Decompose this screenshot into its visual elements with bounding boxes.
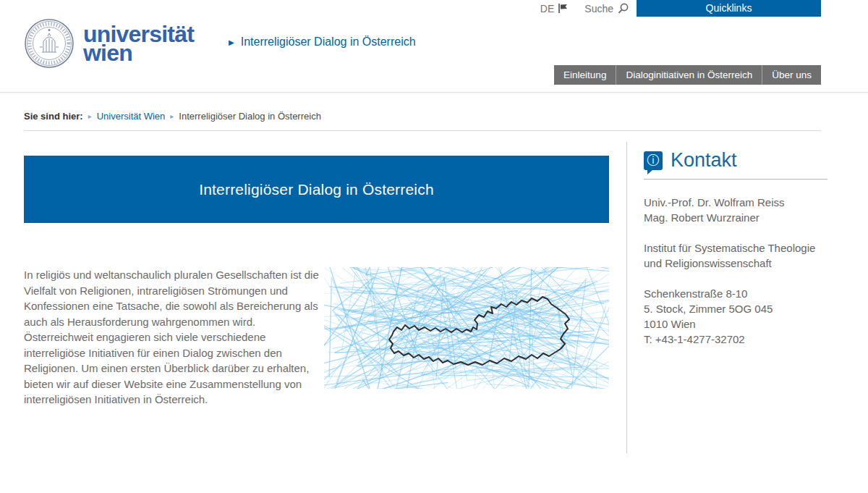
info-icon: ⓘ: [644, 151, 663, 170]
breadcrumb-link-universitaet-wien[interactable]: Universität Wien: [97, 111, 166, 122]
site-title-link[interactable]: ▶ Interreligiöser Dialog in Österreich: [229, 35, 416, 49]
contact-person: Mag. Robert Wurzrainer: [644, 210, 827, 225]
flag-icon: [558, 3, 569, 14]
sidebar-divider: [644, 179, 827, 180]
content-row: In religiös und weltanschaulich pluralen…: [24, 267, 609, 408]
wordmark-line2: wien: [83, 43, 194, 62]
search-label: Suche: [584, 3, 613, 14]
contact-heading-text: Kontakt: [671, 149, 737, 172]
header: Quicklinks DE Suche: [0, 0, 868, 93]
top-meta-bar: DE Suche: [540, 0, 629, 17]
contact-sidebar: ⓘ Kontakt Univ.-Prof. Dr. Wolfram Reiss …: [644, 149, 827, 408]
breadcrumb: Sie sind hier: ▸ Universität Wien ▸ Inte…: [24, 111, 821, 122]
breadcrumb-area: Sie sind hier: ▸ Universität Wien ▸ Inte…: [0, 93, 868, 131]
language-switcher[interactable]: DE: [540, 3, 569, 14]
chevron-right-icon: ▸: [88, 112, 92, 120]
search-icon: [617, 2, 629, 14]
address-line: 1010 Wien: [644, 316, 827, 332]
university-logo[interactable]: universität wien: [24, 18, 194, 69]
nav-item-dialoginitiativen[interactable]: Dialoginitiativen in Österreich: [616, 65, 762, 85]
address-line: 5. Stock, Zimmer 5OG 045: [644, 301, 827, 316]
arrow-right-icon: ▶: [229, 38, 234, 46]
breadcrumb-current-page: Interreligiöser Dialog in Österreich: [179, 111, 321, 122]
main-column: Interreligiöser Dialog in Österreich In …: [24, 156, 609, 408]
institute-line: und Religionswissenschaft: [644, 256, 827, 271]
address-line: T: +43-1-4277-32702: [644, 332, 827, 347]
search-link[interactable]: Suche: [584, 2, 629, 14]
main-content: Interreligiöser Dialog in Österreich In …: [24, 156, 821, 408]
austria-map-image: [324, 267, 609, 389]
contact-person: Univ.-Prof. Dr. Wolfram Reiss: [644, 195, 827, 210]
breadcrumb-divider: [24, 130, 821, 131]
university-wordmark: universität wien: [83, 25, 194, 62]
quicklinks-button[interactable]: Quicklinks: [637, 0, 821, 17]
page-title-banner: Interreligiöser Dialog in Österreich: [24, 156, 609, 223]
page-title: Interreligiöser Dialog in Österreich: [199, 181, 434, 198]
page: Quicklinks DE Suche: [0, 0, 868, 493]
contact-persons: Univ.-Prof. Dr. Wolfram Reiss Mag. Rober…: [644, 195, 827, 225]
main-nav: Einleitung Dialoginitiativen in Österrei…: [554, 65, 821, 85]
chevron-right-icon: ▸: [170, 112, 174, 120]
contact-address: Schenkenstraße 8-10 5. Stock, Zimmer 5OG…: [644, 286, 827, 347]
nav-item-ueber-uns[interactable]: Über uns: [762, 65, 821, 85]
nav-item-einleitung[interactable]: Einleitung: [554, 65, 616, 85]
vertical-divider: [626, 142, 627, 453]
intro-paragraph: In religiös und weltanschaulich pluralen…: [24, 267, 324, 408]
breadcrumb-label: Sie sind hier:: [24, 111, 83, 122]
institute-line: Institut für Systematische Theologie: [644, 240, 827, 256]
language-label: DE: [540, 3, 554, 14]
university-seal-icon: [24, 18, 75, 69]
address-line: Schenkenstraße 8-10: [644, 286, 827, 301]
contact-institute: Institut für Systematische Theologie und…: [644, 240, 827, 271]
contact-heading: ⓘ Kontakt: [644, 149, 827, 172]
site-title-text: Interreligiöser Dialog in Österreich: [241, 35, 416, 49]
